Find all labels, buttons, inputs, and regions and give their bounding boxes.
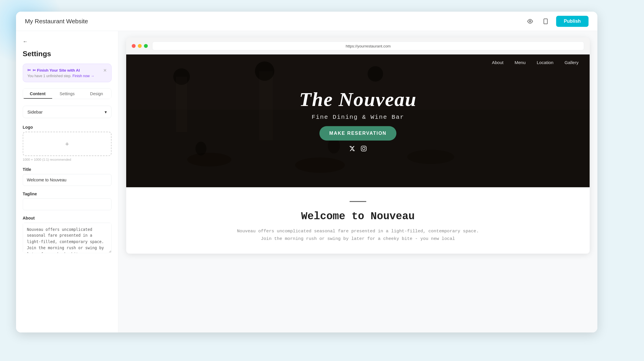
- plus-icon: +: [65, 140, 69, 148]
- browser-toolbar: https://yourrestaurant.com: [126, 38, 590, 54]
- tagline-label: Tagline: [23, 192, 112, 196]
- sidebar-dropdown[interactable]: Sidebar ▾: [23, 106, 112, 118]
- about-label: About: [23, 216, 112, 220]
- nav-location[interactable]: Location: [537, 60, 553, 65]
- ai-banner: ✂ ✂ Finish Your Site with AI You have 1 …: [23, 64, 112, 82]
- ai-banner-content: ✂ ✂ Finish Your Site with AI You have 1 …: [27, 68, 103, 78]
- content-tabs: Content Settings Design: [23, 88, 112, 99]
- dot-yellow: [138, 44, 142, 48]
- hero-subtitle: Fine Dining & Wine Bar: [312, 114, 404, 121]
- publish-button[interactable]: Publish: [556, 16, 589, 27]
- ai-banner-title: ✂ ✂ Finish Your Site with AI: [27, 68, 103, 73]
- svg-rect-15: [361, 146, 366, 151]
- preview-area: https://yourrestaurant.com: [119, 31, 598, 333]
- svg-rect-1: [544, 19, 547, 24]
- chevron-down-icon: ▾: [105, 109, 107, 114]
- ai-banner-link[interactable]: Finish now →: [73, 74, 94, 78]
- twitter-icon[interactable]: [349, 146, 355, 153]
- back-arrow-icon: ←: [23, 39, 28, 45]
- page-title: My Restaurant Website: [25, 17, 525, 25]
- ai-banner-subtitle: You have 1 unfinished step. Finish now →: [27, 74, 103, 78]
- settings-heading: Settings: [23, 49, 112, 58]
- url-bar[interactable]: https://yourrestaurant.com: [152, 42, 584, 50]
- about-textarea[interactable]: Nouveau offers uncomplicated seasonal fa…: [23, 223, 112, 253]
- back-button[interactable]: ←: [23, 39, 112, 45]
- nav-menu[interactable]: Menu: [515, 60, 526, 65]
- tagline-input[interactable]: [23, 198, 112, 210]
- browser-dots: [132, 44, 148, 48]
- svg-point-17: [365, 147, 365, 148]
- logo-hint: 1000 × 1000 (1:1) recommended: [23, 158, 112, 162]
- hero-nav: About Menu Location Gallery: [126, 54, 590, 70]
- website-hero: About Menu Location Gallery The Nouveau …: [126, 54, 590, 187]
- hero-social: [349, 146, 367, 153]
- title-input[interactable]: [23, 174, 112, 186]
- nav-about[interactable]: About: [492, 60, 504, 65]
- dot-green: [144, 44, 148, 48]
- main-layout: ← Settings ✂ ✂ Finish Your Site with AI …: [16, 31, 597, 333]
- browser-preview: https://yourrestaurant.com: [126, 38, 590, 254]
- tablet-view-button[interactable]: [541, 16, 550, 26]
- dot-red: [132, 44, 136, 48]
- sidebar-dropdown-label: Sidebar: [27, 109, 43, 114]
- tab-content[interactable]: Content: [23, 89, 52, 99]
- top-bar: My Restaurant Website Publish: [16, 12, 597, 31]
- svg-point-0: [529, 20, 531, 22]
- logo-upload-area[interactable]: +: [23, 132, 112, 156]
- ai-scissors-icon: ✂: [27, 68, 31, 73]
- nav-gallery[interactable]: Gallery: [564, 60, 578, 65]
- app-window: My Restaurant Website Publish ← Settings: [16, 12, 597, 332]
- preview-eye-button[interactable]: [525, 16, 535, 26]
- logo-label: Logo: [23, 125, 112, 130]
- below-text: Nouveau offers uncomplicated seasonal fa…: [233, 228, 483, 243]
- website-below-fold: Welcome to Nouveau Nouveau offers uncomp…: [126, 187, 590, 254]
- below-divider: [350, 201, 366, 202]
- instagram-icon[interactable]: [361, 146, 367, 153]
- title-label: Title: [23, 167, 112, 172]
- ai-banner-close-button[interactable]: ✕: [103, 68, 107, 73]
- svg-point-16: [363, 147, 365, 150]
- below-title: Welcome to Nouveau: [137, 210, 578, 222]
- hero-title: The Nouveau: [299, 89, 417, 110]
- hero-content: The Nouveau Fine Dining & Wine Bar MAKE …: [299, 89, 417, 153]
- tab-design[interactable]: Design: [82, 89, 111, 99]
- settings-panel: ← Settings ✂ ✂ Finish Your Site with AI …: [16, 31, 119, 333]
- top-bar-actions: Publish: [525, 16, 589, 27]
- make-reservation-button[interactable]: MAKE RESERVATION: [319, 126, 397, 140]
- tab-settings[interactable]: Settings: [52, 89, 82, 99]
